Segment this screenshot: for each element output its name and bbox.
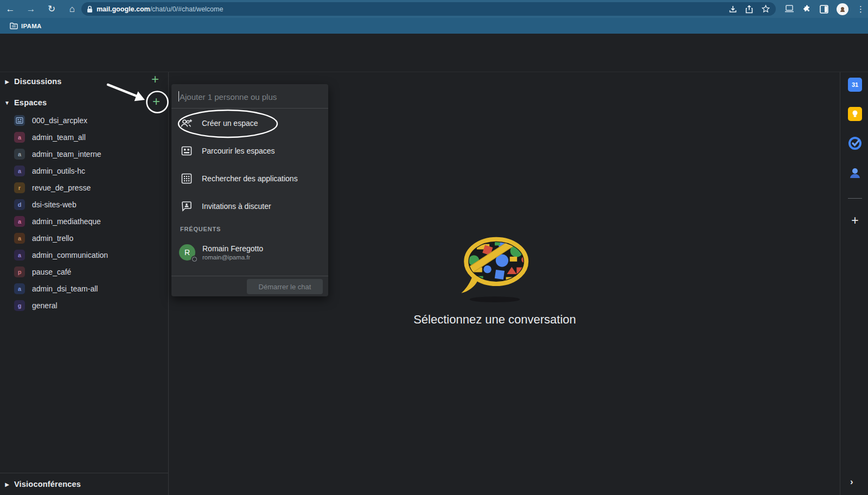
folder-icon — [10, 22, 18, 29]
space-row[interactable]: aadmin_dsi_team-all — [0, 280, 169, 297]
sidebar-section-discussions[interactable]: ▶ Discussions — [0, 72, 169, 91]
popup-input-row — [171, 84, 328, 109]
space-label: dsi-sites-web — [32, 200, 76, 209]
forward-icon[interactable]: → — [21, 4, 41, 15]
browser-toolbar: ← → ↻ ⌂ mail.google.com/chat/u/0/#chat/w… — [0, 0, 868, 18]
text-caret — [178, 91, 179, 101]
contact-email: romain@ipama.fr — [202, 254, 263, 261]
space-row[interactable]: aadmin_trello — [0, 230, 169, 246]
space-avatar: a — [14, 233, 25, 244]
space-label: 000_dsi_arcplex — [32, 116, 87, 125]
space-label: admin_communication — [32, 251, 108, 259]
address-bar[interactable]: mail.google.com/chat/u/0/#chat/welcome — [81, 2, 776, 16]
extensions-puzzle-icon[interactable] — [802, 4, 812, 14]
space-row[interactable]: ggeneral — [0, 297, 169, 314]
space-avatar: a — [14, 283, 25, 294]
chevron-right-icon[interactable]: › — [850, 477, 853, 487]
contact-row[interactable]: R Romain Feregotto romain@ipama.fr — [171, 237, 328, 268]
home-icon[interactable]: ⌂ — [62, 4, 82, 15]
space-label: admin_dsi_team-all — [32, 284, 98, 293]
lock-icon — [87, 5, 93, 13]
workspace-side-rail: 31 + › — [840, 72, 868, 495]
space-row[interactable]: aadmin_outils-hc — [0, 162, 169, 179]
screen: ← → ↻ ⌂ mail.google.com/chat/u/0/#chat/w… — [0, 0, 868, 495]
new-space-plus-button[interactable]: + — [152, 96, 160, 107]
new-chat-popup: Créer un espace Parcourir les espaces — [171, 84, 328, 296]
laptop-icon[interactable] — [784, 5, 794, 13]
popup-menu: Créer un espace Parcourir les espaces — [171, 109, 328, 220]
space-label: admin_team_interne — [32, 150, 101, 158]
contacts-icon[interactable] — [848, 166, 862, 180]
space-label: admin_outils-hc — [32, 167, 85, 175]
keep-icon[interactable] — [848, 107, 862, 121]
space-avatar: r — [14, 182, 25, 193]
space-row[interactable]: aadmin_mediatheque — [0, 213, 169, 230]
browser-profile-avatar[interactable] — [837, 3, 848, 15]
get-addons-plus-button[interactable]: + — [848, 213, 862, 227]
space-label: pause_café — [32, 268, 71, 276]
space-label: admin_trello — [32, 234, 73, 243]
space-avatar: a — [14, 250, 25, 261]
url-text: mail.google.com/chat/u/0/#chat/welcome — [97, 5, 223, 13]
space-row[interactable]: aadmin_communication — [0, 246, 169, 263]
menu-item-parcourir-les-espaces[interactable]: Parcourir les espaces — [171, 137, 328, 164]
frequents-section-label: FRÉQUENTS — [180, 226, 221, 232]
calendar-icon[interactable]: 31 — [848, 78, 862, 92]
browser-menu-dots-icon[interactable]: ⋮ — [857, 4, 865, 14]
bookmark-label: IPAMA — [21, 23, 42, 29]
empty-state-text: Sélectionnez une conversation — [169, 313, 820, 327]
browse-spaces-icon — [180, 144, 193, 157]
menu-item-invitations-a-discuter[interactable]: Invitations à discuter — [171, 192, 328, 220]
space-label: admin_mediatheque — [32, 217, 101, 226]
presence-offline-icon — [192, 257, 197, 262]
back-icon[interactable]: ← — [0, 4, 21, 15]
space-avatar: a — [14, 149, 25, 160]
contact-name: Romain Feregotto — [202, 244, 263, 253]
start-chat-button[interactable]: Démarrer le chat — [247, 279, 323, 294]
sidebar-section-espaces[interactable]: ▼ Espaces — [0, 93, 169, 112]
popup-footer: Démarrer le chat — [171, 276, 328, 296]
space-avatar: a — [14, 166, 25, 176]
space-avatar: d — [14, 199, 25, 210]
spaces-grid-icon — [14, 115, 25, 126]
new-discussion-plus-button[interactable]: + — [151, 74, 159, 85]
space-row[interactable]: aadmin_team_all — [0, 129, 169, 145]
space-row[interactable]: ddsi-sites-web — [0, 196, 169, 213]
share-icon[interactable] — [745, 5, 754, 14]
space-avatar: p — [14, 266, 25, 277]
download-icon[interactable] — [729, 5, 737, 14]
space-row[interactable]: 000_dsi_arcplex — [0, 112, 169, 129]
chat-bubble-illustration — [449, 232, 541, 303]
space-label: admin_team_all — [32, 133, 86, 142]
space-row[interactable]: rrevue_de_presse — [0, 179, 169, 196]
find-apps-icon — [180, 172, 193, 185]
contact-avatar: R — [179, 244, 195, 261]
space-label: general — [32, 301, 58, 310]
tasks-icon[interactable] — [848, 136, 862, 150]
expanded-triangle-icon: ▼ — [0, 100, 14, 106]
add-person-input[interactable] — [180, 90, 321, 104]
space-avatar: g — [14, 300, 25, 311]
bookmark-star-icon[interactable] — [761, 4, 770, 14]
bookmarks-bar: IPAMA — [0, 18, 868, 34]
menu-item-creer-un-espace[interactable]: Créer un espace — [171, 109, 328, 137]
chat-header: Chat Actif ▼ ? ⚙ ipama — [0, 34, 868, 72]
space-avatar: a — [14, 216, 25, 227]
space-row[interactable]: ppause_café — [0, 263, 169, 280]
reload-icon[interactable]: ↻ — [41, 3, 62, 15]
space-avatar: a — [14, 132, 25, 143]
create-space-icon — [180, 117, 193, 130]
app-body: ▶ Discussions + ▼ Espaces + 000_dsi_arcp… — [0, 72, 868, 495]
space-row[interactable]: aadmin_team_interne — [0, 145, 169, 162]
sidebar: ▶ Discussions + ▼ Espaces + 000_dsi_arcp… — [0, 72, 169, 495]
rail-divider — [848, 198, 862, 199]
bookmark-folder[interactable]: IPAMA — [10, 22, 42, 29]
collapsed-triangle-icon: ▶ — [0, 481, 14, 487]
side-panel-icon[interactable] — [820, 5, 828, 14]
collapsed-triangle-icon: ▶ — [0, 79, 14, 85]
menu-item-rechercher-des-applications[interactable]: Rechercher des applications — [171, 164, 328, 192]
sidebar-section-visioconferences[interactable]: ▶ Visioconférences — [0, 473, 169, 495]
spaces-list: 000_dsi_arcplexaadmin_team_allaadmin_tea… — [0, 112, 169, 314]
chat-invitations-icon — [180, 200, 193, 213]
space-label: revue_de_presse — [32, 183, 91, 192]
